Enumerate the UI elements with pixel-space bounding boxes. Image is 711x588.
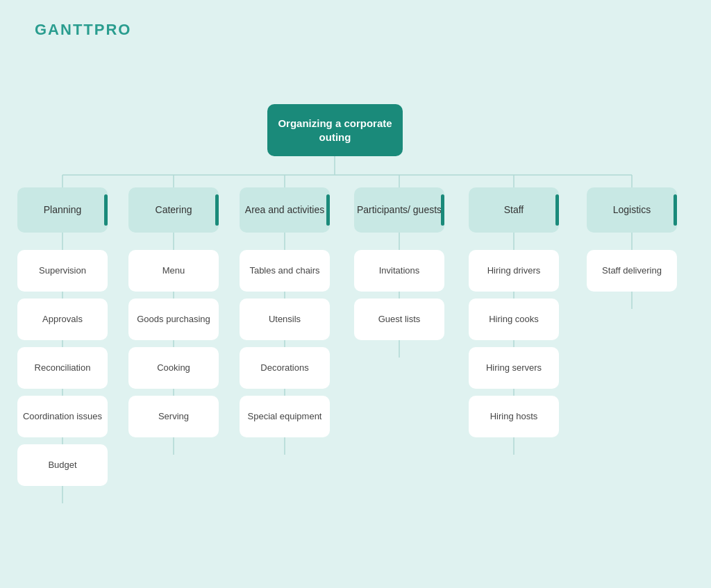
connectors-svg bbox=[0, 0, 711, 588]
item-hiring-cooks: Hiring cooks bbox=[469, 299, 559, 340]
chart-container: GANTTPRO bbox=[0, 0, 711, 588]
item-coordination-issues: Coordination issues bbox=[17, 396, 108, 437]
item-staff-delivering: Staff delivering bbox=[587, 250, 677, 292]
item-budget: Budget bbox=[17, 444, 108, 486]
cat-logistics: Logistics bbox=[587, 187, 677, 233]
item-cooking: Cooking bbox=[128, 347, 219, 389]
item-decorations: Decorations bbox=[240, 347, 330, 389]
item-serving: Serving bbox=[128, 396, 219, 437]
item-menu: Menu bbox=[128, 250, 219, 292]
item-goods-purchasing: Goods purchasing bbox=[128, 299, 219, 340]
item-invitations: Invitations bbox=[354, 250, 444, 292]
item-supervision: Supervision bbox=[17, 250, 108, 292]
root-node: Organizing a corporate outing bbox=[267, 104, 403, 156]
item-hiring-servers: Hiring servers bbox=[469, 347, 559, 389]
item-guest-lists: Guest lists bbox=[354, 299, 444, 340]
cat-staff: Staff bbox=[469, 187, 559, 233]
item-utensils: Utensils bbox=[240, 299, 330, 340]
item-approvals: Approvals bbox=[17, 299, 108, 340]
item-tables-chairs: Tables and chairs bbox=[240, 250, 330, 292]
item-reconciliation: Reconciliation bbox=[17, 347, 108, 389]
cat-planning: Planning bbox=[17, 187, 108, 233]
cat-area: Area and activities bbox=[240, 187, 330, 233]
cat-participants: Participants/ guests bbox=[354, 187, 444, 233]
item-hiring-drivers: Hiring drivers bbox=[469, 250, 559, 292]
item-special-equipment: Special equipment bbox=[240, 396, 330, 437]
cat-catering: Catering bbox=[128, 187, 219, 233]
item-hiring-hosts: Hiring hosts bbox=[469, 396, 559, 437]
